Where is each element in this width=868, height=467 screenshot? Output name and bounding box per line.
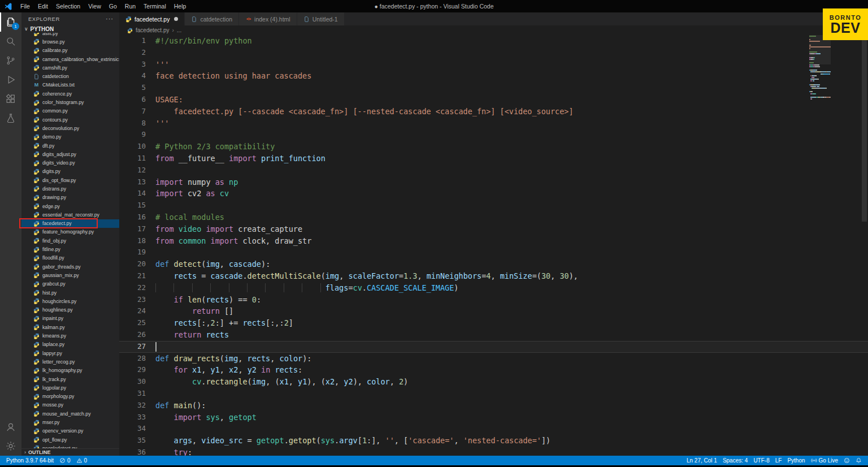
menu-terminal[interactable]: Terminal bbox=[140, 0, 170, 12]
explorer-actions-icon[interactable]: ··· bbox=[106, 15, 114, 22]
code-line-1[interactable]: 1#!/usr/bin/env python bbox=[119, 35, 868, 47]
activity-settings[interactable] bbox=[0, 436, 21, 456]
file-item-lk-track-py[interactable]: lk_track.py bbox=[21, 375, 119, 383]
file-item-digits-video-py[interactable]: digits_video.py bbox=[21, 158, 119, 167]
code-line-3[interactable]: 3''' bbox=[119, 59, 868, 71]
code-line-12[interactable]: 12 bbox=[119, 165, 868, 176]
code-line-27[interactable]: 27 bbox=[119, 341, 868, 353]
code-line-9[interactable]: 9 bbox=[119, 129, 868, 141]
file-item-logpolar-py[interactable]: logpolar.py bbox=[21, 383, 119, 392]
file-item-houghcircles-py[interactable]: houghcircles.py bbox=[21, 297, 119, 305]
section-outline[interactable]: › OUTLINE bbox=[21, 448, 119, 456]
code-line-16[interactable]: 16# local modules bbox=[119, 211, 868, 223]
file-item-peopledetect-py[interactable]: peopledetect.py bbox=[21, 444, 119, 448]
file-item-morphology-py[interactable]: morphology.py bbox=[21, 392, 119, 400]
file-item-digits-adjust-py[interactable]: digits_adjust.py bbox=[21, 150, 119, 158]
file-item-dis-opt-flow-py[interactable]: dis_opt_flow.py bbox=[21, 176, 119, 184]
file-item-hist-py[interactable]: hist.py bbox=[21, 288, 119, 297]
code-line-15[interactable]: 15 bbox=[119, 200, 868, 211]
menu-go[interactable]: Go bbox=[105, 0, 121, 12]
tab-catdetection[interactable]: catdetection bbox=[185, 12, 239, 25]
file-item-find-obj-py[interactable]: find_obj.py bbox=[21, 236, 119, 245]
activity-extensions[interactable] bbox=[0, 89, 21, 109]
breadcrumb[interactable]: facedetect.py › ... bbox=[119, 25, 868, 35]
tab-facedetect-py[interactable]: facedetect.py bbox=[119, 12, 185, 25]
code-line-24[interactable]: 24 return [] bbox=[119, 305, 868, 317]
file-item-contours-py[interactable]: contours.py bbox=[21, 115, 119, 124]
file-item-catdetection[interactable]: catdetection bbox=[21, 72, 119, 80]
tab-index-4-html[interactable]: <>index (4).html bbox=[239, 12, 297, 25]
file-item-lk-homography-py[interactable]: lk_homography.py bbox=[21, 366, 119, 375]
status-go-live[interactable]: Go Live bbox=[808, 456, 841, 465]
menu-edit[interactable]: Edit bbox=[34, 0, 52, 12]
code-line-34[interactable]: 34 bbox=[119, 423, 868, 435]
status-eol[interactable]: LF bbox=[772, 456, 785, 465]
file-item-kalman-py[interactable]: kalman.py bbox=[21, 323, 119, 331]
activity-run-debug[interactable] bbox=[0, 70, 21, 89]
file-item-asift-py[interactable]: asift.py bbox=[21, 33, 119, 37]
code-line-13[interactable]: 13import numpy as np bbox=[119, 176, 868, 188]
tab-untitled-1[interactable]: Untitled-1 bbox=[297, 12, 345, 25]
vertical-scrollbar[interactable] bbox=[862, 35, 867, 222]
file-item-deconvolution-py[interactable]: deconvolution.py bbox=[21, 124, 119, 132]
code-line-21[interactable]: 21 rects = cascade.detectMultiScale(img,… bbox=[119, 270, 868, 282]
code-line-26[interactable]: 26 return rects bbox=[119, 329, 868, 341]
activity-source-control[interactable] bbox=[0, 51, 21, 70]
activity-testing[interactable] bbox=[0, 109, 21, 128]
file-item-common-py[interactable]: common.py bbox=[21, 107, 119, 115]
file-item-camshift-py[interactable]: camshift.py bbox=[21, 63, 119, 72]
file-item-demo-py[interactable]: demo.py bbox=[21, 133, 119, 141]
code-line-32[interactable]: 32def main(): bbox=[119, 400, 868, 412]
file-item-fitline-py[interactable]: fitline.py bbox=[21, 245, 119, 253]
code-line-2[interactable]: 2 bbox=[119, 47, 868, 59]
file-item-camera-calibration-show-extrinsics-py[interactable]: camera_calibration_show_extrinsics.py bbox=[21, 55, 119, 63]
code-line-30[interactable]: 30 cv.rectangle(img, (x1, y1), (x2, y2),… bbox=[119, 376, 868, 388]
file-item-feature-homography-py[interactable]: feature_homography.py bbox=[21, 228, 119, 236]
file-item-coherence-py[interactable]: coherence.py bbox=[21, 89, 119, 98]
code-line-31[interactable]: 31 bbox=[119, 388, 868, 400]
status-indentation[interactable]: Spaces: 4 bbox=[720, 456, 750, 465]
code-line-17[interactable]: 17from video import create_capture bbox=[119, 223, 868, 235]
code-line-19[interactable]: 19 bbox=[119, 247, 868, 258]
file-item-essential-mat-reconstr-py[interactable]: essential_mat_reconstr.py bbox=[21, 210, 119, 219]
code-line-4[interactable]: 4face detection using haar cascades bbox=[119, 70, 868, 82]
file-item-mser-py[interactable]: mser.py bbox=[21, 418, 119, 426]
status-python-interpreter[interactable]: Python 3.9.7 64-bit bbox=[3, 456, 57, 465]
status-notifications[interactable] bbox=[853, 456, 865, 465]
file-item-mosse-py[interactable]: mosse.py bbox=[21, 401, 119, 409]
file-item-edge-py[interactable]: edge.py bbox=[21, 202, 119, 210]
code-line-23[interactable]: 23 if len(rects) == 0: bbox=[119, 294, 868, 306]
code-line-35[interactable]: 35 args, video_src = getopt.getopt(sys.a… bbox=[119, 435, 868, 447]
activity-search[interactable] bbox=[0, 32, 21, 51]
file-item-browse-py[interactable]: browse.py bbox=[21, 37, 119, 46]
file-item-inpaint-py[interactable]: inpaint.py bbox=[21, 314, 119, 323]
file-item-calibrate-py[interactable]: calibrate.py bbox=[21, 46, 119, 55]
status-feedback[interactable] bbox=[841, 456, 853, 465]
file-item-digits-py[interactable]: digits.py bbox=[21, 167, 119, 176]
file-item-gabor-threads-py[interactable]: gabor_threads.py bbox=[21, 262, 119, 271]
code-line-36[interactable]: 36 try: bbox=[119, 447, 868, 456]
code-line-8[interactable]: 8''' bbox=[119, 118, 868, 129]
breadcrumb-file[interactable]: facedetect.py bbox=[136, 27, 169, 33]
file-item-houghlines-py[interactable]: houghlines.py bbox=[21, 306, 119, 314]
status-encoding[interactable]: UTF-8 bbox=[750, 456, 772, 465]
file-item-kmeans-py[interactable]: kmeans.py bbox=[21, 331, 119, 340]
code-line-22[interactable]: 22 flags=cv.CASCADE_SCALE_IMAGE) bbox=[119, 282, 868, 294]
code-line-5[interactable]: 5 bbox=[119, 82, 868, 94]
breadcrumb-symbol[interactable]: ... bbox=[177, 27, 181, 33]
file-item-drawing-py[interactable]: drawing.py bbox=[21, 193, 119, 202]
file-item-cmakelists-txt[interactable]: MCMakeLists.txt bbox=[21, 81, 119, 89]
file-item-opencv-version-py[interactable]: opencv_version.py bbox=[21, 427, 119, 435]
menu-view[interactable]: View bbox=[84, 0, 105, 12]
file-item-laplace-py[interactable]: laplace.py bbox=[21, 340, 119, 349]
file-item-opt-flow-py[interactable]: opt_flow.py bbox=[21, 435, 119, 444]
status-cursor-position[interactable]: Ln 27, Col 1 bbox=[684, 456, 720, 465]
status-problems-errors[interactable]: 0 bbox=[57, 456, 73, 465]
code-line-33[interactable]: 33 import sys, getopt bbox=[119, 412, 868, 423]
code-line-29[interactable]: 29 for x1, y1, x2, y2 in rects: bbox=[119, 364, 868, 376]
file-item-color-histogram-py[interactable]: color_histogram.py bbox=[21, 98, 119, 106]
code-line-10[interactable]: 10# Python 2/3 compatibility bbox=[119, 141, 868, 153]
minimap[interactable] bbox=[809, 35, 831, 100]
code-line-28[interactable]: 28def draw_rects(img, rects, color): bbox=[119, 353, 868, 365]
status-language-mode[interactable]: Python bbox=[784, 456, 808, 465]
